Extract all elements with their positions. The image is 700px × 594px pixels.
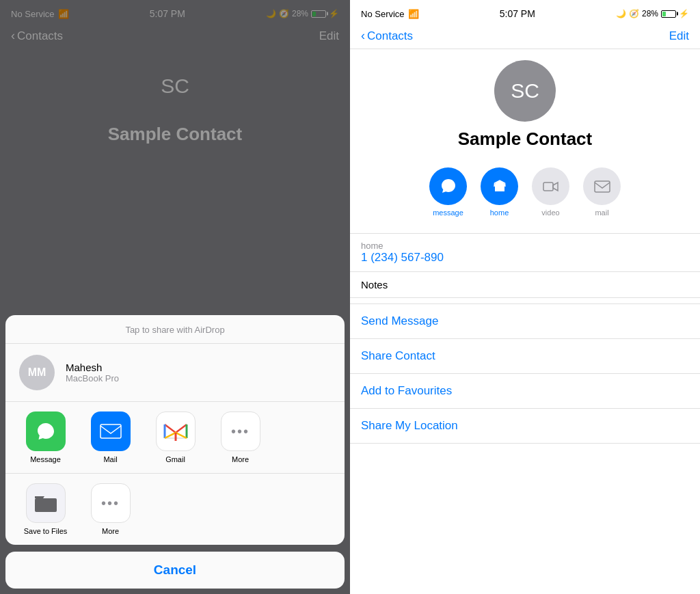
send-message-item[interactable]: Send Message [350, 304, 700, 339]
action-mail-label: mail [595, 208, 608, 217]
right-battery-pct: 28% [642, 9, 658, 18]
app-item-files[interactable]: Save to Files [16, 483, 75, 535]
airdrop-device: MacBook Pro [66, 373, 119, 383]
files-app-icon [26, 483, 66, 523]
right-contact-name: Sample Contact [458, 129, 593, 150]
airdrop-avatar: MM [19, 355, 55, 390]
gmail-app-label: Gmail [165, 455, 185, 463]
right-chevron-icon: ‹ [361, 29, 365, 43]
svg-rect-4 [595, 181, 610, 192]
share-contact-item[interactable]: Share Contact [350, 339, 700, 374]
right-status-bar: No Service 📶 5:07 PM 🌙 🧭 28% ⚡ [350, 0, 700, 26]
share-sheet: Tap to share with AirDrop MM Mahesh MacB… [5, 315, 345, 545]
app-item-more2[interactable]: ••• More [81, 483, 139, 535]
right-bolt-icon: ⚡ [679, 9, 689, 18]
share-location-item[interactable]: Share My Location [350, 409, 700, 443]
right-battery-icon [661, 10, 676, 18]
notes-label: Notes [361, 279, 689, 291]
action-mail-btn[interactable]: mail [583, 167, 621, 217]
action-home-label: home [490, 208, 509, 217]
airdrop-device-row[interactable]: MM Mahesh MacBook Pro [5, 344, 345, 402]
app-item-more[interactable]: ••• More [211, 411, 269, 463]
airdrop-name: Mahesh [66, 362, 119, 373]
message-app-label: Message [30, 455, 61, 463]
right-time: 5:07 PM [500, 8, 535, 19]
files-app-label: Save to Files [24, 527, 68, 535]
right-nav-bar: ‹ Contacts Edit [350, 26, 700, 49]
action-home-icon [481, 167, 518, 205]
mail-app-icon [91, 411, 131, 451]
action-video-btn[interactable]: video [532, 167, 569, 217]
right-back-btn[interactable]: ‹ Contacts [361, 29, 413, 43]
action-video-icon [532, 167, 569, 205]
phone-type-label: home [361, 241, 689, 251]
phone-info-section: home 1 (234) 567-890 Notes [350, 233, 700, 298]
right-edit-btn[interactable]: Edit [669, 29, 689, 43]
action-message-label: message [433, 208, 463, 217]
right-compass-icon: 🧭 [629, 9, 639, 18]
right-contact-header: SC Sample Contact [350, 49, 700, 161]
add-favourites-item[interactable]: Add to Favourites [350, 374, 700, 409]
right-no-service: No Service [361, 9, 405, 19]
right-status-right: 🌙 🧭 28% ⚡ [616, 9, 689, 18]
action-mail-icon [583, 167, 621, 205]
app-item-gmail[interactable]: Gmail [146, 411, 204, 463]
phone-number[interactable]: 1 (234) 567-890 [361, 251, 689, 265]
right-action-row: message home video [350, 161, 700, 228]
action-list: Send Message Share Contact Add to Favour… [350, 303, 700, 444]
share-sheet-overlay: Tap to share with AirDrop MM Mahesh MacB… [0, 315, 350, 594]
more2-app-label: More [102, 527, 119, 535]
right-status-left: No Service 📶 [361, 9, 419, 19]
cancel-button[interactable]: Cancel [5, 552, 345, 589]
more-app-label: More [232, 455, 249, 463]
right-moon-icon: 🌙 [616, 9, 626, 18]
action-video-label: video [541, 208, 559, 217]
right-wifi-icon: 📶 [408, 9, 419, 19]
phone-info-row: home 1 (234) 567-890 [350, 234, 700, 272]
right-phone: No Service 📶 5:07 PM 🌙 🧭 28% ⚡ ‹ Contact… [350, 0, 700, 594]
left-phone: No Service 📶 5:07 PM 🌙 🧭 28% ⚡ ‹ Contact… [0, 0, 350, 594]
airdrop-info: Mahesh MacBook Pro [66, 362, 119, 383]
right-avatar: SC [494, 60, 556, 122]
svg-rect-0 [100, 424, 121, 438]
action-message-icon [429, 167, 467, 205]
more2-dots-icon: ••• [101, 496, 120, 511]
app-icons-row: Message Mail [5, 402, 345, 474]
notes-row: Notes [350, 272, 700, 297]
mail-app-label: Mail [103, 455, 117, 463]
more-app-icon: ••• [221, 411, 260, 451]
app-item-mail[interactable]: Mail [81, 411, 139, 463]
app-item-message[interactable]: Message [16, 411, 75, 463]
svg-rect-3 [543, 183, 553, 191]
action-message-btn[interactable]: message [429, 167, 467, 217]
files-row: Save to Files ••• More [5, 474, 345, 545]
gmail-app-icon [156, 411, 196, 451]
airdrop-hint: Tap to share with AirDrop [5, 315, 345, 344]
more-dots-icon: ••• [231, 424, 250, 440]
action-home-btn[interactable]: home [481, 167, 518, 217]
more2-app-icon: ••• [91, 483, 131, 523]
right-back-label: Contacts [367, 29, 413, 43]
svg-rect-1 [35, 498, 57, 512]
message-app-icon [26, 411, 66, 451]
